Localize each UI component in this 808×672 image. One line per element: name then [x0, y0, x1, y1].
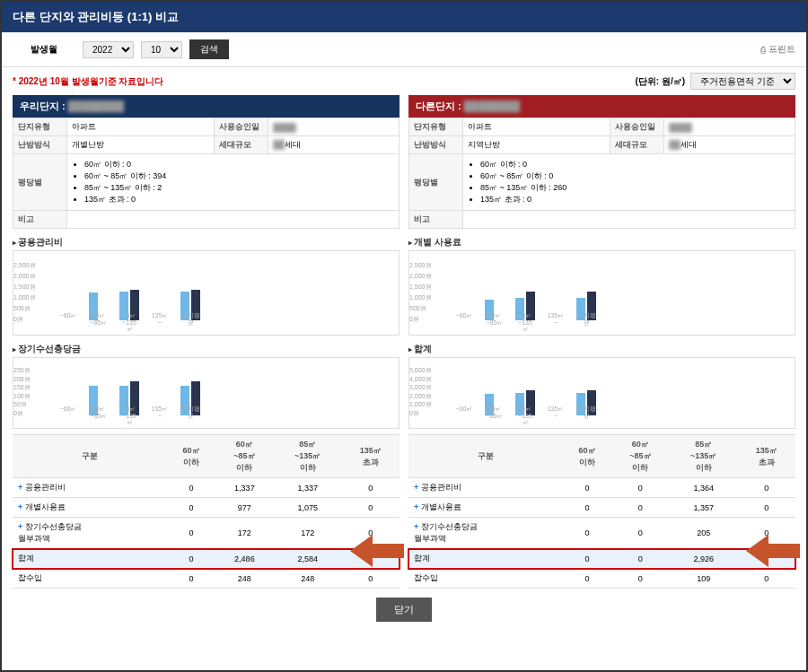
table-row: +개별사용료09771,0750 [13, 498, 400, 518]
table-row: 잡수입02482480 [13, 569, 400, 589]
table-row: +공용관리비001,3640 [408, 478, 795, 498]
close-button[interactable]: 닫기 [376, 598, 432, 622]
expand-icon[interactable]: + [18, 502, 22, 511]
print-link[interactable]: ⎙ 프린트 [760, 43, 795, 56]
left-info-table: 단지유형아파트사용승인일████ 난방방식개별난방세대규모██세대 평당별 60… [13, 118, 400, 229]
right-pyong-list: 60㎡ 이하 : 0 60㎡ ~ 85㎡ 이하 : 0 85㎡ ~ 135㎡ 이… [468, 159, 790, 205]
table-row: 잡수입001090 [408, 569, 795, 589]
left-badge: 우리단지 : ████████ [13, 95, 400, 118]
filter-label: 발생월 [31, 43, 57, 56]
expand-icon[interactable]: + [18, 483, 22, 492]
left-table-wrap: 구분60㎡이하60㎡~85㎡이하85㎡~135㎡이하135㎡초과+공용관리비01… [13, 434, 400, 589]
table-row: 합계02,4862,5840 [13, 549, 400, 569]
table-row: +개별사용료001,3570 [408, 498, 795, 518]
footer: 닫기 [2, 589, 806, 631]
right-chart2-title: 합계 [408, 343, 795, 355]
table-row: 합계002,9260 [408, 549, 795, 569]
right-column: 다른단지 : ████████ 단지유형아파트사용승인일████ 난방방식지역난… [408, 95, 795, 589]
right-table-wrap: 구분60㎡이하60㎡~85㎡이하85㎡~135㎡이하135㎡초과+공용관리비00… [408, 434, 795, 589]
year-select[interactable]: 2022 [83, 41, 134, 58]
left-complex-name: ████████ [68, 100, 124, 111]
left-chart2: 0원50원100원150원200원250원~60㎡60㎡~85㎡85㎡~135㎡… [13, 357, 400, 429]
left-chart1: 0원500원1,000원1,500원2,000원2,500원~60㎡60㎡~85… [13, 250, 400, 336]
unit-label: (단위: 원/㎡) [635, 75, 685, 88]
table-row: +장기수선충당금월부과액002050 [408, 518, 795, 549]
left-pyong-list: 60㎡ 이하 : 0 60㎡ ~ 85㎡ 이하 : 394 85㎡ ~ 135㎡… [72, 159, 394, 205]
right-chart2: 0원1,000원2,000원3,000원4,000원5,000원~60㎡60㎡~… [408, 357, 795, 429]
expand-icon[interactable]: + [414, 483, 418, 492]
svg-marker-0 [350, 535, 404, 567]
left-chart1-title: 공용관리비 [13, 236, 400, 249]
table-row: +장기수선충당금월부과액01721720 [13, 518, 400, 549]
arrow-icon [746, 533, 800, 569]
right-chart1-title: 개별 사용료 [408, 236, 795, 249]
right-complex-name: ████████ [464, 100, 520, 111]
notice-text: * 2022년 10월 발생월기준 자료입니다 [13, 75, 163, 88]
table-row: +공용관리비01,3371,3370 [13, 478, 400, 498]
search-button[interactable]: 검색 [189, 39, 229, 59]
filter-bar: 발생월 2022 10 검색 ⎙ 프린트 [2, 32, 806, 67]
left-chart2-title: 장기수선충당금 [13, 343, 400, 355]
compare-columns: 우리단지 : ████████ 단지유형아파트사용승인일████ 난방방식개별난… [2, 95, 806, 589]
sub-header: * 2022년 10월 발생월기준 자료입니다 (단위: 원/㎡) 주거전용면적… [2, 67, 806, 95]
page-title: 다른 단지와 관리비등 (1:1) 비교 [2, 2, 806, 32]
svg-marker-1 [746, 535, 800, 567]
expand-icon[interactable]: + [18, 522, 22, 531]
left-data-table: 구분60㎡이하60㎡~85㎡이하85㎡~135㎡이하135㎡초과+공용관리비01… [13, 434, 400, 589]
month-select[interactable]: 10 [141, 41, 182, 58]
right-data-table: 구분60㎡이하60㎡~85㎡이하85㎡~135㎡이하135㎡초과+공용관리비00… [408, 434, 795, 589]
app-window: 다른 단지와 관리비등 (1:1) 비교 발생월 2022 10 검색 ⎙ 프린… [0, 0, 808, 672]
right-info-table: 단지유형아파트사용승인일████ 난방방식지역난방세대규모██세대 평당별 60… [408, 118, 795, 229]
expand-icon[interactable]: + [414, 502, 418, 511]
unit-select[interactable]: 주거전용면적 기준 [690, 73, 795, 90]
print-icon: ⎙ [760, 45, 766, 55]
right-badge: 다른단지 : ████████ [408, 95, 795, 118]
right-chart1: 0원500원1,000원1,500원2,000원2,500원~60㎡60㎡~85… [408, 250, 795, 336]
left-column: 우리단지 : ████████ 단지유형아파트사용승인일████ 난방방식개별난… [13, 95, 400, 589]
arrow-icon [350, 533, 404, 569]
unit-box: (단위: 원/㎡) 주거전용면적 기준 [635, 73, 795, 90]
expand-icon[interactable]: + [414, 522, 418, 531]
